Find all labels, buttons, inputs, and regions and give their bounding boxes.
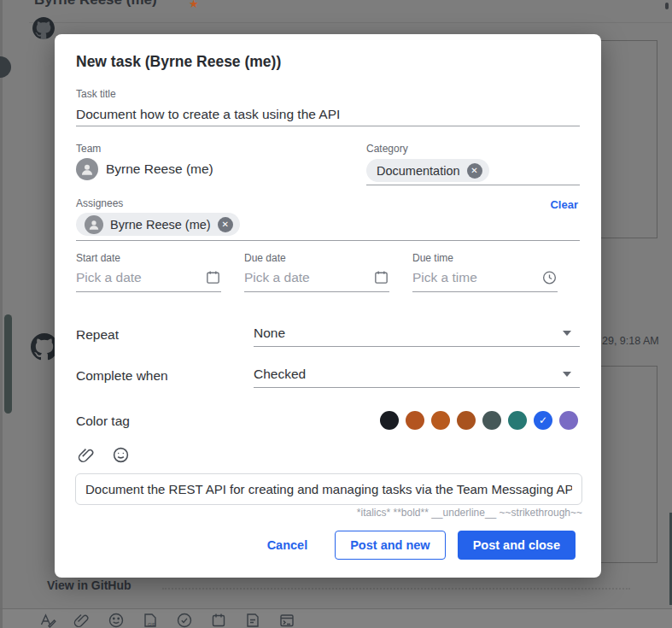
post-and-new-button[interactable]: Post and new (335, 531, 445, 560)
assignee-chip[interactable]: Byrne Reese (me) ✕ (76, 213, 240, 236)
new-task-dialog: New task (Byrne Reese (me)) Task title T… (55, 34, 601, 578)
color-swatch-6[interactable] (508, 411, 527, 430)
dialog-title: New task (Byrne Reese (me)) (76, 53, 281, 71)
color-tag-label: Color tag (76, 414, 130, 429)
post-and-close-button[interactable]: Post and close (458, 531, 576, 560)
complete-when-underline (254, 387, 580, 388)
remove-assignee-icon[interactable]: ✕ (218, 217, 233, 232)
calendar-icon[interactable] (205, 269, 221, 289)
due-time-underline (412, 291, 558, 292)
chevron-down-icon[interactable] (563, 372, 571, 377)
due-time-input[interactable]: Pick a time (412, 270, 477, 285)
task-title-input[interactable] (76, 103, 580, 126)
start-date-underline (76, 291, 221, 292)
calendar-icon[interactable] (373, 269, 389, 289)
due-time-label: Due time (412, 252, 453, 264)
start-date-input[interactable]: Pick a date (76, 270, 142, 285)
team-avatar (76, 158, 98, 180)
task-title-label: Task title (76, 88, 116, 100)
cancel-button[interactable]: Cancel (252, 531, 324, 560)
color-swatch-4[interactable] (457, 411, 476, 430)
color-swatch-5[interactable] (482, 411, 501, 430)
remove-category-icon[interactable]: ✕ (467, 163, 482, 179)
color-swatch-7[interactable]: ✓ (534, 411, 552, 430)
color-swatch-3[interactable] (431, 411, 450, 430)
team-value[interactable]: Byrne Reese (me) (76, 158, 213, 180)
team-label: Team (76, 143, 101, 155)
repeat-label: Repeat (76, 327, 119, 343)
team-name: Byrne Reese (me) (106, 161, 213, 177)
attach-file-icon[interactable] (78, 446, 96, 467)
repeat-select[interactable]: None (254, 326, 285, 341)
assignee-chip-label: Byrne Reese (me) (110, 218, 211, 232)
assignees-label: Assignees (76, 197, 123, 209)
clock-icon[interactable] (541, 269, 558, 289)
emoji-icon[interactable] (112, 446, 130, 467)
due-date-label: Due date (244, 252, 286, 264)
markdown-hint: *italics* **bold** __underline__ ~~strik… (357, 507, 582, 519)
complete-when-label: Complete when (76, 368, 168, 384)
assignees-underline (76, 240, 580, 241)
category-chip-label: Documentation (377, 164, 460, 178)
due-date-input[interactable]: Pick a date (244, 270, 310, 285)
category-underline (366, 185, 580, 185)
color-swatch-1[interactable] (380, 411, 399, 430)
color-swatch-8[interactable] (559, 411, 578, 430)
assignee-avatar (85, 215, 103, 234)
description-input[interactable] (75, 473, 582, 505)
due-date-underline (244, 291, 389, 292)
clear-assignees-link[interactable]: Clear (550, 198, 578, 211)
chevron-down-icon[interactable] (563, 331, 571, 336)
complete-when-select[interactable]: Checked (254, 367, 306, 382)
repeat-underline (254, 346, 580, 347)
start-date-label: Start date (76, 252, 120, 264)
category-chip[interactable]: Documentation ✕ (366, 159, 489, 182)
color-swatches: ✓ (380, 411, 578, 430)
color-swatch-2[interactable] (406, 411, 424, 430)
category-label: Category (366, 143, 408, 155)
